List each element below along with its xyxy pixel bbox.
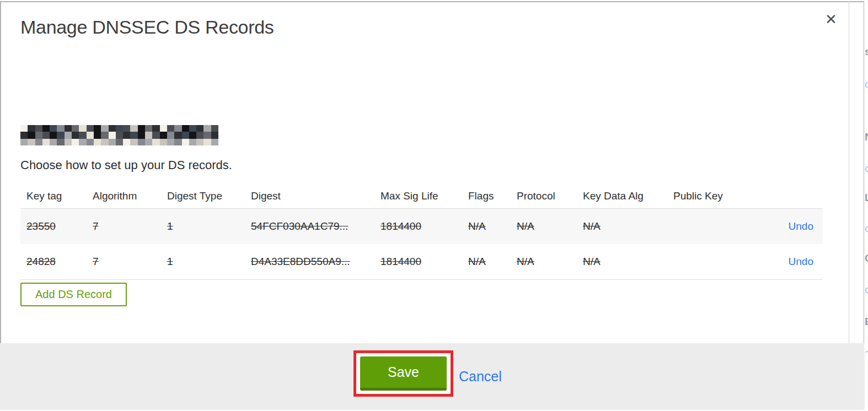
redaction-pixel (145, 132, 152, 138)
column-header: Public Key (673, 190, 756, 202)
redaction-pixel (57, 139, 64, 145)
content-right-divider (849, 1, 849, 343)
redaction-pixel (152, 125, 159, 132)
redaction-pixel (79, 139, 86, 145)
redaction-pixel (42, 132, 50, 138)
background-text-fragment: s (865, 46, 868, 57)
redaction-pixel (79, 125, 86, 132)
table-action-cell: Undo (756, 256, 823, 268)
cancel-link[interactable]: Cancel (459, 369, 502, 385)
table-cell: 23550 (26, 220, 93, 232)
table-cell: N/A (468, 220, 517, 232)
redaction-pixel (189, 132, 196, 138)
redaction-pixel (138, 125, 145, 132)
table-header-row: Key tagAlgorithmDigest TypeDigestMax Sig… (20, 183, 823, 208)
redaction-pixel (50, 139, 57, 145)
column-header: Protocol (517, 190, 583, 202)
table-cell: 1 (167, 220, 251, 232)
redaction-pixel (94, 125, 101, 132)
column-header: Key tag (26, 190, 93, 202)
redaction-pixel (28, 132, 35, 138)
table-row: 235507154FCF030AA1C79...1814400N/AN/AN/A… (20, 209, 823, 244)
redaction-pixel (35, 139, 42, 145)
redaction-pixel (189, 139, 196, 145)
modal-footer: Save Cancel (0, 343, 865, 410)
redaction-pixel (203, 132, 211, 138)
redaction-pixel (123, 139, 130, 145)
undo-link[interactable]: Undo (789, 220, 813, 232)
column-header: Flags (468, 190, 517, 202)
background-text-fragment: N (865, 132, 868, 142)
redaction-pixel (116, 132, 123, 138)
redaction-pixel (65, 125, 72, 132)
redaction-pixel (145, 125, 152, 132)
redaction-pixel (109, 125, 116, 132)
redaction-pixel (167, 132, 174, 138)
ds-records-table: Key tagAlgorithmDigest TypeDigestMax Sig… (20, 183, 823, 280)
redaction-pixel (203, 139, 211, 145)
table-cell: N/A (468, 256, 517, 268)
redaction-pixel (72, 132, 79, 138)
redaction-pixel (94, 139, 101, 145)
background-text-fragment: E (865, 316, 868, 327)
redaction-pixel (167, 139, 174, 145)
redaction-pixel (196, 139, 203, 145)
redaction-pixel (160, 132, 167, 138)
redaction-pixel (101, 132, 108, 138)
redaction-pixel (196, 125, 203, 132)
redaction-pixel (101, 125, 108, 132)
background-text-fragment: o (865, 348, 868, 353)
redaction-pixel (123, 125, 130, 132)
dnssec-modal: Manage DNSSEC DS Records ✕ Choose how to… (0, 1, 865, 410)
redacted-domain-name (20, 125, 218, 145)
save-button[interactable]: Save (360, 356, 447, 391)
redaction-pixel (174, 132, 181, 138)
close-icon[interactable]: ✕ (825, 12, 837, 26)
redaction-pixel (174, 125, 181, 132)
redaction-pixel (65, 132, 72, 138)
redaction-pixel (167, 125, 174, 132)
redaction-pixel (152, 139, 159, 145)
redaction-pixel (109, 132, 116, 138)
redaction-pixel (138, 139, 145, 145)
background-page-strip: sdNoLoCoEo (864, 0, 868, 353)
redaction-pixel (50, 125, 57, 132)
redaction-pixel (196, 132, 203, 138)
redaction-pixel (50, 132, 57, 138)
add-ds-record-button[interactable]: Add DS Record (20, 283, 127, 306)
table-cell: N/A (517, 256, 583, 268)
table-cell: 1814400 (381, 220, 468, 232)
redaction-pixel (42, 139, 50, 145)
redaction-pixel (211, 125, 218, 132)
background-text-fragment: o (865, 223, 868, 234)
table-cell: 54FCF030AA1C79... (251, 220, 381, 232)
redaction-pixel (160, 139, 167, 145)
redaction-pixel (182, 132, 189, 138)
redaction-pixel (116, 139, 123, 145)
column-header: Algorithm (93, 190, 167, 202)
redaction-pixel (72, 125, 79, 132)
table-cell: N/A (583, 256, 673, 268)
redaction-pixel (138, 132, 145, 138)
page-title: Manage DNSSEC DS Records (20, 17, 274, 38)
instruction-text: Choose how to set up your DS records. (20, 158, 232, 172)
background-text-fragment: C (865, 253, 868, 263)
redaction-pixel (28, 125, 35, 132)
background-text-fragment: L (865, 192, 868, 203)
background-text-fragment: d (865, 79, 868, 89)
table-cell: 7 (93, 220, 167, 232)
redaction-pixel (57, 125, 64, 132)
redaction-pixel (72, 139, 79, 145)
redaction-pixel (211, 139, 218, 145)
table-cell: 1 (167, 256, 251, 268)
redaction-pixel (182, 125, 189, 132)
table-cell: N/A (583, 220, 673, 232)
table-cell: N/A (517, 220, 583, 232)
table-body: 235507154FCF030AA1C79...1814400N/AN/AN/A… (20, 208, 823, 280)
redaction-pixel (87, 139, 94, 145)
redaction-pixel (65, 139, 72, 145)
redaction-pixel (87, 125, 94, 132)
table-cell: 7 (93, 256, 167, 268)
undo-link[interactable]: Undo (789, 256, 813, 267)
column-header: Max Sig Life (381, 190, 468, 202)
